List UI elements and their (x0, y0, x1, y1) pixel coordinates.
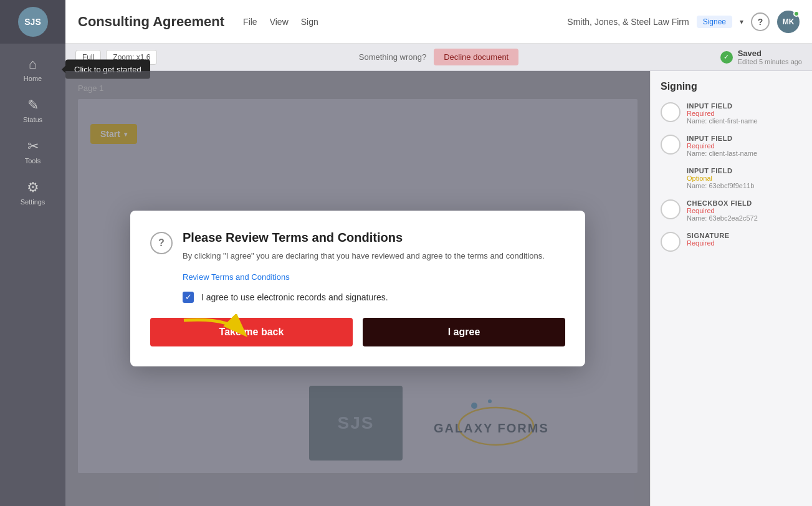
field-name: Name: client-last-name (687, 150, 757, 157)
modal-title: Please Review Terms and Conditions (183, 231, 545, 245)
sidebar: SJS ⌂ Home Click to get started ✎ Status… (0, 0, 65, 506)
field-name: Name: client-first-name (687, 117, 758, 125)
field-info: INPUT FIELD Optional Name: 63ebcf9f9e11b (687, 167, 754, 189)
modal-question-icon: ? (150, 232, 173, 254)
signing-title: Signing (661, 81, 802, 92)
field-status: Optional (687, 174, 754, 182)
field-type: SIGNATURE (687, 232, 729, 239)
saved-checkmark-icon: ✓ (720, 51, 733, 64)
sidebar-item-label: Home (24, 75, 42, 82)
saved-status: ✓ Saved Edited 5 minutes ago (720, 49, 802, 65)
sidebar-item-settings[interactable]: ⚙ Settings (0, 172, 65, 213)
help-button[interactable]: ? (751, 12, 770, 31)
modal-header: ? Please Review Terms and Conditions By … (150, 231, 565, 262)
field-info: INPUT FIELD Required Name: client-last-n… (687, 135, 757, 157)
saved-text: Saved Edited 5 minutes ago (738, 49, 802, 65)
take-me-back-button[interactable]: Take me back (150, 318, 353, 346)
home-icon: ⌂ (29, 56, 37, 72)
law-firm-name: Smith, Jones, & Steel Law Firm (567, 17, 689, 27)
nav-sign[interactable]: Sign (301, 17, 318, 27)
review-terms-link[interactable]: Review Terms and Conditions (183, 272, 565, 282)
settings-icon: ⚙ (27, 179, 39, 196)
sidebar-item-label: Tools (25, 157, 41, 165)
modal-overlay: ? Please Review Terms and Conditions By … (65, 71, 650, 506)
saved-sub: Edited 5 minutes ago (738, 58, 802, 65)
modal-header-content: Please Review Terms and Conditions By cl… (183, 231, 545, 262)
field-circle (661, 135, 681, 155)
sidebar-item-home[interactable]: ⌂ Home Click to get started (0, 49, 65, 90)
wrong-text: Something wrong? (359, 52, 426, 62)
sidebar-logo: SJS (0, 0, 65, 44)
field-status: Required (687, 207, 758, 214)
field-item: INPUT FIELD Required Name: client-last-n… (661, 135, 802, 157)
decline-button[interactable]: Decline document (434, 49, 518, 65)
online-indicator (793, 11, 800, 17)
field-type: CHECKBOX FIELD (687, 199, 758, 207)
field-circle (661, 199, 681, 219)
field-type: INPUT FIELD (687, 167, 754, 174)
avatar[interactable]: MK (777, 11, 800, 33)
zoom-button[interactable]: Zoom: x1.6 (106, 50, 157, 65)
tools-icon: ✂ (27, 138, 39, 155)
field-circle (661, 232, 681, 252)
field-item: INPUT FIELD Required Name: client-first-… (661, 102, 802, 125)
agree-checkbox[interactable]: ✓ (183, 292, 194, 303)
field-status: Required (687, 142, 757, 150)
doc-canvas: Page 1 Start ▾ SJS (65, 71, 650, 506)
toolbar: Full Zoom: x1.6 Something wrong? Decline… (65, 44, 812, 71)
field-name: Name: 63ebcf9f9e11b (687, 182, 754, 189)
field-info: INPUT FIELD Required Name: client-first-… (687, 102, 758, 125)
field-status: Required (687, 110, 758, 117)
field-info: SIGNATURE Required (687, 232, 729, 247)
toolbar-spacer: Something wrong? Decline document (162, 49, 715, 65)
full-button[interactable]: Full (75, 50, 101, 65)
role-badge[interactable]: Signee (697, 16, 732, 28)
field-name: Name: 63ebc2ea2c572 (687, 214, 758, 222)
sidebar-item-label: Status (23, 116, 42, 123)
doc-area: Page 1 Start ▾ SJS (65, 71, 812, 506)
modal-buttons: Take me back I agree (150, 318, 565, 346)
app-logo: SJS (18, 7, 48, 37)
top-nav: File View Sign (243, 17, 318, 27)
status-icon: ✎ (27, 97, 39, 113)
doc-title: Consulting Agreement (78, 14, 224, 30)
i-agree-button[interactable]: I agree (363, 318, 565, 346)
sidebar-nav: ⌂ Home Click to get started ✎ Status ✂ T… (0, 44, 65, 213)
field-type: INPUT FIELD (687, 135, 757, 142)
main-content: Consulting Agreement File View Sign Smit… (65, 0, 812, 506)
top-header: Consulting Agreement File View Sign Smit… (65, 0, 812, 44)
field-circle (661, 102, 681, 122)
nav-view[interactable]: View (270, 17, 289, 27)
modal-dialog: ? Please Review Terms and Conditions By … (130, 211, 585, 366)
nav-file[interactable]: File (243, 17, 257, 27)
modal-description: By clicking "I agree" you are declaring … (183, 250, 545, 262)
field-item: INPUT FIELD Optional Name: 63ebcf9f9e11b (661, 167, 802, 189)
sidebar-item-tools[interactable]: ✂ Tools (0, 131, 65, 172)
modal-checkbox-row: ✓ I agree to use electronic records and … (183, 292, 565, 303)
saved-label: Saved (738, 49, 802, 58)
signing-panel: Signing INPUT FIELD Required Name: clien… (650, 71, 812, 506)
header-right: Smith, Jones, & Steel Law Firm Signee ▾ … (567, 11, 800, 33)
field-item: SIGNATURE Required (661, 232, 802, 252)
chevron-down-icon[interactable]: ▾ (740, 17, 743, 26)
checkbox-label: I agree to use electronic records and si… (201, 292, 388, 302)
field-info: CHECKBOX FIELD Required Name: 63ebc2ea2c… (687, 199, 758, 222)
field-status: Required (687, 239, 729, 247)
field-type: INPUT FIELD (687, 102, 758, 110)
field-item: CHECKBOX FIELD Required Name: 63ebc2ea2c… (661, 199, 802, 222)
sidebar-item-label: Settings (21, 198, 45, 206)
sidebar-item-status[interactable]: ✎ Status (0, 90, 65, 131)
